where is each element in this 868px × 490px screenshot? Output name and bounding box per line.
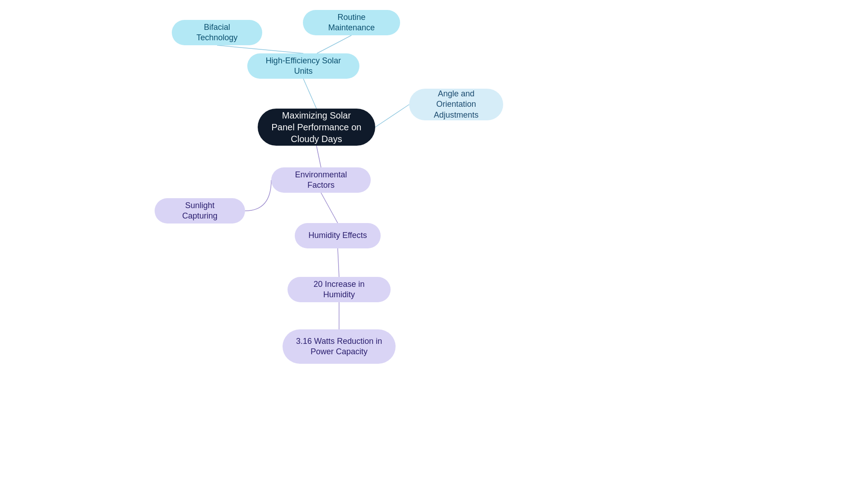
bifacial-label: Bifacial Technology [184, 22, 250, 43]
environmental-factors-node: Environmental Factors [271, 167, 371, 193]
environmental-label: Environmental Factors [284, 170, 358, 191]
svg-line-6 [338, 248, 339, 277]
high-efficiency-node: High-Efficiency Solar Units [247, 53, 359, 79]
sunlight-label: Sunlight Capturing [167, 200, 232, 222]
sunlight-capturing-node: Sunlight Capturing [155, 198, 245, 224]
svg-line-3 [375, 105, 409, 127]
svg-line-2 [317, 35, 352, 53]
svg-line-0 [303, 79, 316, 109]
humidity-increase-node: 20 Increase in Humidity [288, 277, 391, 302]
svg-line-4 [316, 146, 321, 167]
svg-line-5 [321, 193, 338, 223]
routine-label: Routine Maintenance [316, 12, 387, 33]
watts-reduction-label: 3.16 Watts Reduction in Power Capacity [295, 336, 383, 357]
angle-label: Angle and Orientation Adjustments [422, 89, 491, 120]
bifacial-technology-node: Bifacial Technology [172, 20, 262, 45]
routine-maintenance-node: Routine Maintenance [303, 10, 400, 35]
humidity-effects-node: Humidity Effects [295, 223, 381, 248]
center-node: Maximizing Solar Panel Performance on Cl… [258, 109, 375, 146]
humidity-label: Humidity Effects [308, 230, 367, 241]
center-label: Maximizing Solar Panel Performance on Cl… [270, 109, 363, 145]
angle-orientation-node: Angle and Orientation Adjustments [409, 89, 503, 120]
humidity-increase-label: 20 Increase in Humidity [300, 279, 378, 300]
svg-line-1 [217, 45, 303, 53]
watts-reduction-node: 3.16 Watts Reduction in Power Capacity [283, 329, 396, 364]
high-efficiency-label: High-Efficiency Solar Units [260, 56, 347, 77]
